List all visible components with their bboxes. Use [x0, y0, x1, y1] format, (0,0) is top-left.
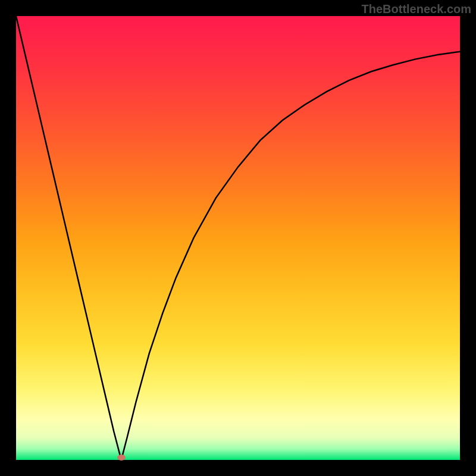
optimal-point-marker	[117, 455, 126, 461]
chart-container	[16, 16, 460, 460]
bottleneck-curve	[16, 16, 460, 460]
watermark-text: TheBottleneck.com	[362, 2, 471, 16]
